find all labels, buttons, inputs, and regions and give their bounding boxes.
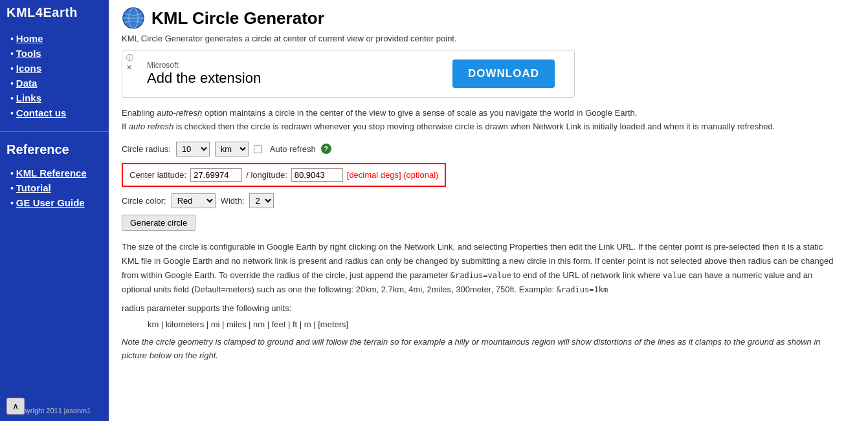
- sidebar-item-tools[interactable]: Tools: [10, 48, 109, 59]
- help-icon[interactable]: ?: [321, 144, 331, 154]
- radius-param-label: radius parameter supports the following …: [122, 303, 855, 313]
- sidebar-item-data[interactable]: Data: [10, 78, 109, 89]
- page-subtitle: KML Circle Generator generates a circle …: [122, 34, 855, 43]
- color-select[interactable]: Red Blue Green Yellow White Black: [172, 193, 216, 208]
- circle-color-row: Circle color: Red Blue Green Yellow Whit…: [122, 193, 855, 208]
- sidebar-link-icons[interactable]: Icons: [16, 63, 41, 74]
- sidebar-item-home[interactable]: Home: [10, 33, 109, 44]
- sidebar-item-links[interactable]: Links: [10, 92, 109, 103]
- sidebar-item-icons[interactable]: Icons: [10, 63, 109, 74]
- info-paragraph: Enabling auto-refresh option maintains a…: [122, 107, 834, 134]
- page-title: KML Circle Generator: [151, 8, 324, 28]
- center-latlon-box: Center latitude: / longitude: [decimal d…: [122, 163, 446, 187]
- reference-nav-list: KML Reference Tutorial GE User Guide: [0, 160, 109, 216]
- param-code: &radius=value: [451, 271, 511, 280]
- ad-download-button[interactable]: DOWNLOAD: [452, 59, 555, 88]
- ad-label: ⓘ: [126, 53, 133, 63]
- lon-separator: / longitude:: [246, 170, 287, 180]
- circle-radius-label: Circle radius:: [122, 144, 171, 154]
- note-text: Note the circle geometry is clamped to g…: [122, 336, 834, 363]
- description-text: The size of the circle is configurable i…: [122, 240, 834, 297]
- sidebar-item-ge-user-guide[interactable]: GE User Guide: [10, 197, 109, 208]
- sidebar-link-links[interactable]: Links: [16, 92, 41, 103]
- circle-color-label: Circle color:: [122, 196, 166, 206]
- unit-select[interactable]: km mi nm feet ft m: [215, 142, 249, 157]
- sidebar-link-tutorial[interactable]: Tutorial: [16, 182, 51, 193]
- ad-headline: Add the extension: [147, 70, 261, 87]
- latitude-input[interactable]: [190, 168, 242, 182]
- reference-section-title: Reference: [0, 137, 109, 160]
- example-code: &radius=1km: [557, 285, 608, 294]
- generate-circle-button[interactable]: Generate circle: [122, 215, 195, 231]
- radius-select[interactable]: 10 1 2 5 20 50 100: [176, 142, 210, 157]
- scroll-up-button[interactable]: ∧: [6, 398, 25, 415]
- width-label: Width:: [221, 196, 245, 206]
- auto-refresh-checkbox[interactable]: [254, 145, 262, 153]
- sidebar-divider: [0, 131, 109, 132]
- auto-refresh-italic-2: auto refresh: [129, 122, 173, 131]
- ad-banner: ⓘ ✕ Microsoft Add the extension DOWNLOAD: [122, 50, 575, 98]
- longitude-input[interactable]: [291, 168, 343, 182]
- main-content: KML Circle Generator KML Circle Generato…: [109, 0, 868, 421]
- sidebar: KML4Earth Home Tools Icons Data Links Co…: [0, 0, 109, 421]
- sidebar-link-tools[interactable]: Tools: [16, 48, 41, 59]
- reference-nav: KML Reference Tutorial GE User Guide: [0, 160, 109, 216]
- sidebar-nav: Home Tools Icons Data Links Contact us: [0, 25, 109, 126]
- circle-radius-row: Circle radius: 10 1 2 5 20 50 100 km mi …: [122, 142, 855, 157]
- center-lat-label: Center latitude:: [129, 170, 186, 180]
- sidebar-item-kml-reference[interactable]: KML Reference: [10, 167, 109, 178]
- sidebar-link-data[interactable]: Data: [16, 78, 38, 89]
- sidebar-item-tutorial[interactable]: Tutorial: [10, 182, 109, 193]
- width-select[interactable]: 1 2 3 4 5: [249, 193, 274, 208]
- value-code: value: [663, 271, 686, 280]
- globe-icon: [122, 6, 145, 30]
- sidebar-item-contact[interactable]: Contact us: [10, 107, 109, 118]
- sidebar-brand: KML4Earth: [0, 0, 109, 25]
- sidebar-link-ge-user-guide[interactable]: GE User Guide: [16, 197, 85, 208]
- optional-label: [decimal degs] (optional): [347, 170, 439, 180]
- ad-content: Microsoft Add the extension: [147, 61, 261, 87]
- auto-refresh-label: Auto refresh: [270, 144, 316, 154]
- ad-close-icon[interactable]: ✕: [126, 63, 132, 72]
- page-title-row: KML Circle Generator: [122, 6, 855, 30]
- sidebar-link-home[interactable]: Home: [16, 33, 43, 44]
- ad-company: Microsoft: [147, 61, 261, 70]
- sidebar-link-kml-reference[interactable]: KML Reference: [16, 167, 87, 178]
- auto-refresh-italic-1: auto-refresh: [157, 108, 202, 118]
- sidebar-link-contact[interactable]: Contact us: [16, 107, 67, 118]
- units-list: km | kilometers | mi | miles | nm | feet…: [148, 319, 855, 329]
- sidebar-nav-list: Home Tools Icons Data Links Contact us: [0, 25, 109, 126]
